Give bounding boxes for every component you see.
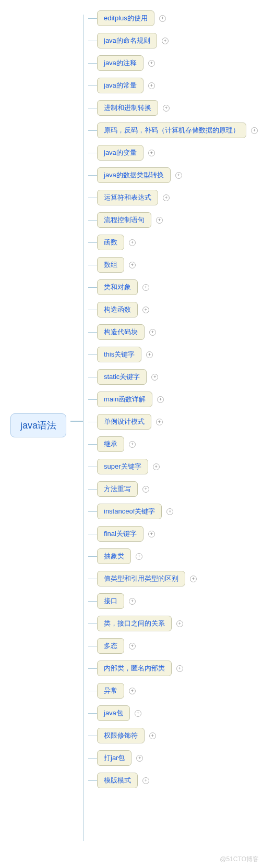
- child-node[interactable]: 权限修饰符: [97, 728, 145, 743]
- expand-icon[interactable]: +: [163, 105, 170, 112]
- children-container: editplus的使用+java的命名规则+java的注释+java的常量+进制…: [97, 10, 258, 788]
- child-node[interactable]: 模版模式: [97, 773, 138, 788]
- child-node[interactable]: 流程控制语句: [97, 212, 151, 228]
- child-node[interactable]: 类和对象: [97, 279, 138, 295]
- expand-icon[interactable]: +: [129, 688, 136, 694]
- child-node[interactable]: java的常量: [97, 78, 144, 93]
- child-node[interactable]: main函数详解: [97, 392, 152, 407]
- child-row: 原码，反码，补码（计算机存储数据的原理）+: [97, 123, 258, 138]
- child-row: this关键字+: [97, 347, 258, 362]
- expand-icon[interactable]: +: [146, 351, 153, 358]
- child-row: 构造代码块+: [97, 324, 258, 340]
- child-node[interactable]: 数组: [97, 257, 124, 273]
- expand-icon[interactable]: +: [129, 262, 136, 268]
- expand-icon[interactable]: +: [159, 15, 166, 22]
- child-row: main函数详解+: [97, 392, 258, 407]
- child-node[interactable]: java的命名规则: [97, 33, 157, 48]
- child-node[interactable]: java的注释: [97, 55, 144, 71]
- child-row: 进制和进制转换+: [97, 100, 258, 116]
- child-node[interactable]: java的变量: [97, 145, 144, 161]
- child-row: 权限修饰符+: [97, 728, 258, 743]
- child-node[interactable]: java包: [97, 705, 130, 721]
- expand-icon[interactable]: +: [175, 172, 182, 179]
- expand-icon[interactable]: +: [129, 598, 136, 605]
- child-row: 异常+: [97, 683, 258, 699]
- expand-icon[interactable]: +: [136, 553, 142, 560]
- child-node[interactable]: 进制和进制转换: [97, 100, 158, 116]
- expand-icon[interactable]: +: [142, 486, 149, 493]
- child-node[interactable]: 运算符和表达式: [97, 190, 158, 205]
- expand-icon[interactable]: +: [162, 38, 169, 44]
- expand-icon[interactable]: +: [149, 732, 156, 739]
- expand-icon[interactable]: +: [129, 441, 136, 448]
- expand-icon[interactable]: +: [142, 307, 149, 313]
- expand-icon[interactable]: +: [135, 710, 141, 717]
- child-node[interactable]: 异常: [97, 683, 124, 699]
- expand-icon[interactable]: +: [163, 194, 170, 201]
- expand-icon[interactable]: +: [149, 329, 156, 336]
- child-row: 流程控制语句+: [97, 212, 258, 228]
- child-node[interactable]: 方法重写: [97, 481, 138, 497]
- child-row: super关键字+: [97, 459, 258, 474]
- child-row: 构造函数+: [97, 302, 258, 317]
- expand-icon[interactable]: +: [251, 127, 258, 134]
- child-node[interactable]: 单例设计模式: [97, 414, 151, 430]
- expand-icon[interactable]: +: [176, 665, 183, 672]
- child-node[interactable]: 构造代码块: [97, 324, 145, 340]
- expand-icon[interactable]: +: [190, 576, 197, 582]
- child-node[interactable]: static关键字: [97, 369, 147, 385]
- expand-icon[interactable]: +: [142, 284, 149, 291]
- child-row: static关键字+: [97, 369, 258, 385]
- child-row: java包+: [97, 705, 258, 721]
- child-row: java的常量+: [97, 78, 258, 93]
- child-row: 方法重写+: [97, 481, 258, 497]
- vertical-main: [83, 15, 83, 841]
- child-row: java的命名规则+: [97, 33, 258, 48]
- child-node[interactable]: super关键字: [97, 459, 148, 474]
- child-row: 多态+: [97, 638, 258, 654]
- child-node[interactable]: 继承: [97, 436, 124, 452]
- expand-icon[interactable]: +: [156, 419, 163, 425]
- root-node[interactable]: java语法: [10, 413, 66, 437]
- child-node[interactable]: 值类型和引用类型的区别: [97, 571, 185, 586]
- expand-icon[interactable]: +: [129, 239, 136, 246]
- expand-icon[interactable]: +: [166, 508, 173, 515]
- child-row: 单例设计模式+: [97, 414, 258, 430]
- child-node[interactable]: final关键字: [97, 526, 144, 542]
- child-node[interactable]: editplus的使用: [97, 10, 154, 26]
- child-node[interactable]: 接口: [97, 593, 124, 609]
- child-node[interactable]: 原码，反码，补码（计算机存储数据的原理）: [97, 123, 246, 138]
- expand-icon[interactable]: +: [156, 217, 163, 224]
- child-row: 类和对象+: [97, 279, 258, 295]
- expand-icon[interactable]: +: [157, 396, 164, 403]
- child-node[interactable]: 内部类，匿名内部类: [97, 661, 172, 676]
- expand-icon[interactable]: +: [151, 374, 158, 381]
- child-row: 接口+: [97, 593, 258, 609]
- child-node[interactable]: java的数据类型转换: [97, 167, 171, 183]
- child-node[interactable]: 打jar包: [97, 750, 132, 766]
- child-node[interactable]: 抽象类: [97, 548, 131, 564]
- mindmap-container: java语法 editplus的使用+java的命名规则+java的注释+jav…: [0, 0, 263, 805]
- child-row: 抽象类+: [97, 548, 258, 564]
- child-node[interactable]: instanceof关键字: [97, 504, 162, 519]
- expand-icon[interactable]: +: [148, 531, 155, 537]
- child-row: instanceof关键字+: [97, 504, 258, 519]
- child-node[interactable]: 构造函数: [97, 302, 138, 317]
- expand-icon[interactable]: +: [129, 643, 136, 650]
- child-node[interactable]: this关键字: [97, 347, 141, 362]
- child-node[interactable]: 函数: [97, 235, 124, 250]
- child-node[interactable]: 类，接口之间的关系: [97, 616, 172, 631]
- expand-icon[interactable]: +: [148, 60, 155, 67]
- child-row: editplus的使用+: [97, 10, 258, 26]
- expand-icon[interactable]: +: [153, 463, 160, 470]
- expand-icon[interactable]: +: [148, 150, 155, 156]
- child-row: java的数据类型转换+: [97, 167, 258, 183]
- child-row: 函数+: [97, 235, 258, 250]
- child-node[interactable]: 多态: [97, 638, 124, 654]
- expand-icon[interactable]: +: [142, 777, 149, 784]
- root-label: java语法: [20, 420, 56, 431]
- expand-icon[interactable]: +: [176, 620, 183, 627]
- expand-icon[interactable]: +: [136, 755, 143, 762]
- child-row: final关键字+: [97, 526, 258, 542]
- expand-icon[interactable]: +: [148, 82, 155, 89]
